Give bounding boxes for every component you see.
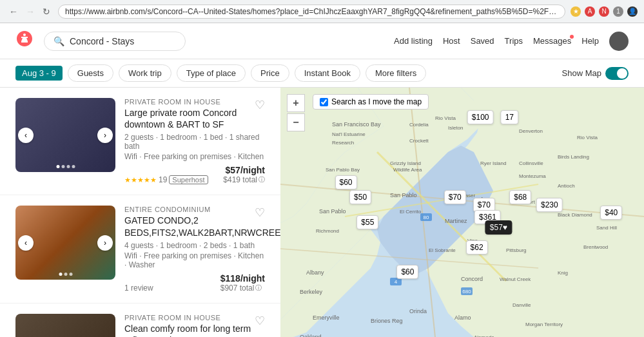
svg-text:Oakland: Oakland xyxy=(300,334,322,337)
forward-button[interactable]: → xyxy=(23,5,37,18)
back-button[interactable]: ← xyxy=(6,5,21,18)
date-range-badge[interactable]: Aug 3 - 9 xyxy=(15,66,63,81)
svg-text:Walnut Creek: Walnut Creek xyxy=(500,276,531,282)
browser-chrome: ← → ↻ https://www.airbnb.com/s/Concord--… xyxy=(0,0,644,23)
svg-text:Orinda: Orinda xyxy=(409,308,427,314)
reload-button[interactable]: ↻ xyxy=(40,5,53,18)
search-as-move-control[interactable]: Search as I move the map xyxy=(313,94,429,110)
price-pin[interactable]: $230 xyxy=(536,198,563,212)
svg-text:Pittsburg: Pittsburg xyxy=(506,247,527,253)
carousel-next-button[interactable]: › xyxy=(97,128,113,143)
svg-text:Albany: Albany xyxy=(306,269,324,276)
listing-amenities: Wifi · Free parking on premises · Kitche… xyxy=(124,251,265,269)
show-map-control[interactable]: Show Map xyxy=(562,67,629,80)
search-as-move-label: Search as I move the map xyxy=(331,97,422,106)
map-panel[interactable]: San Pablo Richmond Albany Berkeley Emery… xyxy=(280,88,644,337)
airbnb-logo[interactable] xyxy=(15,30,34,52)
svg-text:Wildlife Area: Wildlife Area xyxy=(393,167,422,173)
price-pin[interactable]: 17 xyxy=(501,110,518,124)
price-filter[interactable]: Price xyxy=(251,64,289,82)
superhost-badge: Superhost xyxy=(169,175,208,184)
price-pin-active[interactable]: $57♥ xyxy=(485,220,512,235)
more-filters-btn[interactable]: More filters xyxy=(366,64,426,82)
svg-text:Morgan Territory: Morgan Territory xyxy=(525,322,563,327)
favorite-button[interactable]: ♡ xyxy=(255,314,265,328)
price-total: $907 total ⓘ xyxy=(220,284,265,293)
svg-text:Research: Research xyxy=(332,140,354,146)
listing-image xyxy=(15,314,115,337)
price-pin[interactable]: $70 xyxy=(444,190,466,204)
listing-info: PRIVATE ROOM IN HOUSE Clean comfy room f… xyxy=(124,314,265,337)
listing-title[interactable]: Clean comfy room for long term refinery … xyxy=(124,323,265,337)
svg-text:Black Diamond: Black Diamond xyxy=(558,212,592,218)
ext-icon-2[interactable]: N xyxy=(599,6,609,17)
carousel-dots xyxy=(59,273,72,276)
airbnb-header: 🔍 Concord - Stays Add listing Host Saved… xyxy=(0,23,644,59)
messages-link[interactable]: Messages xyxy=(533,36,571,46)
svg-text:Alameda: Alameda xyxy=(474,334,494,337)
instant-book-filter[interactable]: Instant Book xyxy=(295,64,360,82)
price-pin[interactable]: $40 xyxy=(600,206,622,220)
listing-title[interactable]: Large private room Concord downtown & BA… xyxy=(124,107,265,130)
star-icon[interactable]: ★ xyxy=(571,6,581,17)
search-bar[interactable]: 🔍 Concord - Stays xyxy=(44,32,186,51)
search-icon: 🔍 xyxy=(54,36,64,46)
notification-dot xyxy=(570,35,574,39)
svg-text:Isleton: Isleton xyxy=(448,125,463,131)
host-link[interactable]: Host xyxy=(443,36,460,46)
svg-text:Danville: Danville xyxy=(512,302,531,308)
listing-type: PRIVATE ROOM IN HOUSE xyxy=(124,98,265,106)
price-pin[interactable]: $100 xyxy=(467,110,494,124)
svg-text:Montezuma: Montezuma xyxy=(519,173,546,179)
add-listing-link[interactable]: Add listing xyxy=(394,36,433,46)
favorite-button[interactable]: ♡ xyxy=(255,98,265,112)
saved-link[interactable]: Saved xyxy=(471,36,494,46)
carousel-dot xyxy=(56,165,59,168)
help-link[interactable]: Help xyxy=(581,36,599,46)
price-pin[interactable]: $55 xyxy=(356,215,378,229)
listing-footer: ★★★★★ 19 Superhost $57/night $419 total … xyxy=(124,165,265,184)
svg-text:Grizzly Island: Grizzly Island xyxy=(390,160,421,166)
svg-text:Briones Reg: Briones Reg xyxy=(371,318,403,324)
guests-filter[interactable]: Guests xyxy=(68,64,113,82)
zoom-out-button[interactable]: − xyxy=(287,113,305,131)
svg-text:Knig: Knig xyxy=(558,270,568,276)
map-toggle[interactable] xyxy=(605,67,629,80)
ext-icon-3[interactable]: 1 xyxy=(613,6,623,17)
svg-text:San Pablo Bay: San Pablo Bay xyxy=(326,167,360,173)
listing-stars: ★★★★★ 19 Superhost xyxy=(124,175,208,184)
carousel-prev-button[interactable]: ‹ xyxy=(18,128,34,143)
type-of-place-filter[interactable]: Type of place xyxy=(177,64,246,82)
listing-type: PRIVATE ROOM IN HOUSE xyxy=(124,314,265,322)
avatar[interactable] xyxy=(609,32,629,51)
show-map-label: Show Map xyxy=(562,68,601,78)
price-info-icon[interactable]: ⓘ xyxy=(259,175,265,184)
ext-icon-1[interactable]: A xyxy=(585,6,595,17)
search-text: Concord - Stays xyxy=(70,36,134,46)
search-as-move-checkbox[interactable] xyxy=(320,98,328,106)
carousel-dot xyxy=(64,273,67,276)
price-info-icon[interactable]: ⓘ xyxy=(255,284,262,293)
listing-details: 2 guests · 1 bedroom · 1 bed · 1 shared … xyxy=(124,133,265,151)
address-bar[interactable]: https://www.airbnb.com/s/Concord--CA--Un… xyxy=(58,5,565,19)
price-pin[interactable]: $60 xyxy=(335,175,357,189)
svg-text:Concord: Concord xyxy=(461,276,483,282)
carousel-dot xyxy=(66,165,70,168)
profile-icon[interactable]: 👤 xyxy=(627,6,638,17)
price-pin[interactable]: $68 xyxy=(509,190,531,204)
svg-text:Ryer Island: Ryer Island xyxy=(480,160,506,166)
svg-text:Martinez: Martinez xyxy=(445,218,467,224)
zoom-in-button[interactable]: + xyxy=(287,94,305,112)
main-content: ♡ ‹ › PRIVATE ROOM IN HOUSE Large privat… xyxy=(0,88,644,337)
carousel-prev-button[interactable]: ‹ xyxy=(18,235,34,251)
trips-link[interactable]: Trips xyxy=(505,36,523,46)
carousel-dot xyxy=(72,165,75,168)
browser-icons: ★ A N 1 👤 xyxy=(571,6,638,17)
price-pin[interactable]: $60 xyxy=(396,265,418,279)
carousel-next-button[interactable]: › xyxy=(97,235,113,251)
price-pin[interactable]: $50 xyxy=(349,190,371,204)
price-pin[interactable]: $62 xyxy=(466,240,488,255)
listing-title[interactable]: GATED CONDO,2 BEDS,FITS2,WALK2BART,NRWCR… xyxy=(124,215,265,238)
favorite-button[interactable]: ♡ xyxy=(255,206,265,220)
work-trip-filter[interactable]: Work trip xyxy=(119,64,171,82)
